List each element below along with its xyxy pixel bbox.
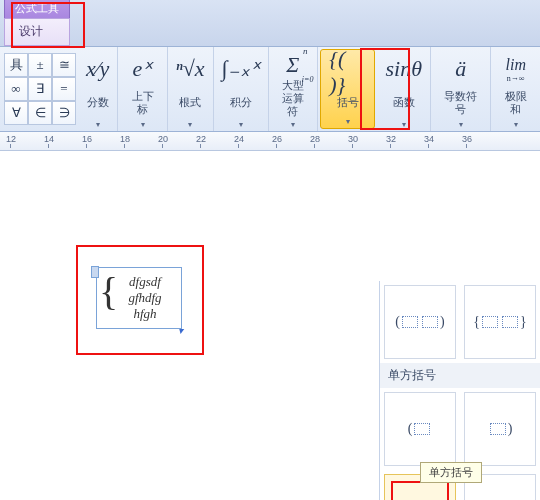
sym[interactable]: ∀ [4,101,28,125]
ribbon-label: 括号 [337,96,359,109]
equation-handle[interactable] [91,266,99,278]
bracket-option[interactable]: ( [384,392,456,466]
equation-line: hfgh [113,306,177,322]
tab-design[interactable]: 设计 [4,18,70,46]
ribbon-大型运算符[interactable]: Σni=0大型运算符▾ [269,47,319,131]
ribbon-label: 上下标 [126,90,159,116]
ribbon: 具 ± ≅ ∞ ∃ = ∀ ∈ ∋ x⁄y分数▾eˣ上下标▾ⁿ√x根式▾∫₋ₓˣ… [0,47,540,132]
dropdown-arrow-icon: ▾ [141,120,145,129]
bracket-option[interactable]: {} [464,285,536,359]
dropdown-arrow-icon: ▾ [188,120,192,129]
ribbon-icon: ä [455,51,466,87]
ribbon-积分[interactable]: ∫₋ₓˣ积分▾ [214,47,269,131]
ribbon-label: 分数 [87,96,109,109]
annotation-gallery-item [391,481,449,500]
ribbon-icon: ∫₋ₓˣ [222,51,260,87]
ribbon-label: 函数 [393,96,415,109]
symbol-grid: 具 ± ≅ ∞ ∃ = ∀ ∈ ∋ [0,47,78,131]
ruler-mark: 20 [158,134,168,144]
sym[interactable]: ± [28,53,52,77]
dropdown-arrow-icon: ▾ [402,120,406,129]
sym[interactable]: ∃ [28,77,52,101]
dropdown-arrow-icon: ▾ [239,120,243,129]
tab-bar: 公式工具 设计 [0,0,540,47]
gallery-section-header: 单方括号 [380,363,540,388]
equation-line: gfhdfg [113,290,177,306]
ribbon-括号[interactable]: {( )}括号▾ [320,49,375,129]
dropdown-arrow-icon: ▾ [346,117,350,126]
tooltip: 单方括号 [420,462,482,483]
ribbon-函数[interactable]: sinθ函数▾ [377,47,430,131]
ruler-mark: 12 [6,134,16,144]
ribbon-分数[interactable]: x⁄y分数▾ [78,47,118,131]
dropdown-arrow-icon: ▾ [459,120,463,129]
sym[interactable]: ∞ [4,77,28,101]
dropdown-arrow-icon: ▾ [291,120,295,129]
sym[interactable]: ∋ [52,101,76,125]
ruler-mark: 28 [310,134,320,144]
equation-object[interactable]: { dfgsdf gfhdfg hfgh ▾ [96,267,182,329]
placeholder-icon [402,316,418,328]
ribbon-label: 积分 [230,96,252,109]
sym[interactable]: 具 [4,53,28,77]
ribbon-icon: eˣ [133,51,153,87]
dropdown-arrow-icon: ▾ [514,120,518,129]
tab-group-title: 公式工具 [4,0,70,18]
ruler-mark: 30 [348,134,358,144]
sym[interactable]: = [52,77,76,101]
ribbon-导数符号[interactable]: ä导数符号▾ [431,47,491,131]
ribbon-icon: {( )} [329,54,366,90]
ruler-mark: 22 [196,134,206,144]
placeholder-icon [482,316,498,328]
equation-line: dfgsdf [113,274,177,290]
ruler-mark: 36 [462,134,472,144]
placeholder-icon [502,316,518,328]
dropdown-arrow-icon: ▾ [96,120,100,129]
placeholder-icon [414,423,430,435]
ruler-mark: 34 [424,134,434,144]
ruler-mark: 24 [234,134,244,144]
ribbon-icon: Σni=0 [286,51,299,79]
ruler-mark: 14 [44,134,54,144]
document-area: { dfgsdf gfhdfg hfgh ▾ (){}单方括号(){} [0,151,540,500]
ribbon-label: 极限和 [499,90,532,116]
ruler-mark: 32 [386,134,396,144]
ribbon-icon: ⁿ√x [176,51,205,87]
equation-menu-arrow[interactable]: ▾ [178,325,183,336]
brace-icon: { [99,272,118,312]
ribbon-label: 导数符号 [439,90,482,116]
placeholder-icon [422,316,438,328]
ribbon-icon: limn→∞ [505,51,525,87]
ribbon-label: 大型运算符 [277,79,310,118]
sym[interactable]: ≅ [52,53,76,77]
ribbon-label: 根式 [179,96,201,109]
ruler-mark: 26 [272,134,282,144]
bracket-option[interactable]: ) [464,392,536,466]
ribbon-icon: x⁄y [86,51,109,87]
ruler-mark: 18 [120,134,130,144]
ribbon-icon: sinθ [385,51,421,87]
ribbon-极限和[interactable]: limn→∞极限和▾ [491,47,540,131]
ruler: 12141618202224262830323436 [0,132,540,151]
sym[interactable]: ∈ [28,101,52,125]
ruler-mark: 16 [82,134,92,144]
ribbon-上下标[interactable]: eˣ上下标▾ [118,47,168,131]
placeholder-icon [490,423,506,435]
ribbon-根式[interactable]: ⁿ√x根式▾ [168,47,214,131]
bracket-option[interactable]: () [384,285,456,359]
